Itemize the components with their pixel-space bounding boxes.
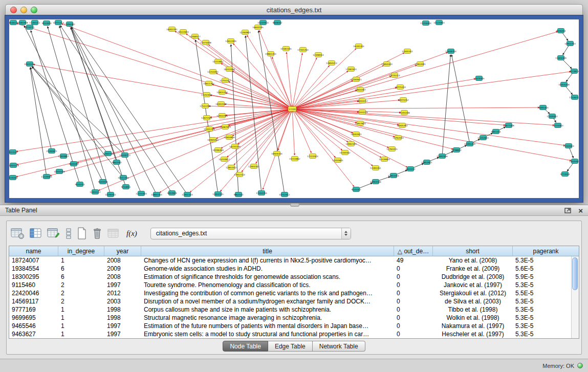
graph-node[interactable]: 9608302 <box>273 20 282 25</box>
graph-hub-node[interactable]: 17240 <box>288 106 296 112</box>
graph-node[interactable]: 10035920 <box>569 159 579 164</box>
graph-node[interactable]: 10914703 <box>564 41 576 46</box>
graph-edge[interactable] <box>292 109 295 155</box>
graph-edge[interactable] <box>71 27 157 194</box>
graph-node[interactable]: 16044212 <box>357 99 368 103</box>
graph-node[interactable]: 16505392 <box>397 123 408 128</box>
graph-node[interactable]: 12853442 <box>226 165 237 170</box>
graph-edge[interactable] <box>292 53 404 109</box>
graph-node[interactable]: 9734811 <box>121 185 131 189</box>
graph-node[interactable]: 11594208 <box>399 111 410 115</box>
graph-node[interactable]: 18593941 <box>351 132 362 137</box>
graph-node[interactable]: 10454208 <box>558 82 570 87</box>
table-row[interactable]: 946362711997Embryonic stem cells: a mode… <box>9 330 571 338</box>
graph-node[interactable]: 17161264 <box>297 48 309 52</box>
float-panel-icon[interactable] <box>564 207 572 214</box>
show-columns-icon[interactable] <box>30 226 42 241</box>
graph-node[interactable]: 15340162 <box>339 150 351 155</box>
graph-node[interactable]: 11316404 <box>420 21 431 26</box>
graph-edge[interactable] <box>442 55 450 156</box>
graph-edge[interactable] <box>59 26 111 194</box>
graph-edge[interactable] <box>216 109 292 138</box>
graph-node[interactable]: 9273813 <box>570 69 579 74</box>
graph-node[interactable]: 11902104 <box>182 192 193 197</box>
graph-node[interactable]: 10865103 <box>151 192 162 197</box>
graph-edge[interactable] <box>292 72 571 109</box>
column-header-year[interactable]: year <box>104 246 141 256</box>
graph-node[interactable]: 10074252 <box>398 98 409 102</box>
graph-node[interactable]: 15234817 <box>219 157 230 162</box>
graph-node[interactable]: 10511336 <box>118 176 129 180</box>
graph-node[interactable]: 19735214 <box>389 73 400 78</box>
zoom-window-button[interactable] <box>31 7 37 13</box>
table-row[interactable]: 1830029562008Estimation of significance … <box>9 273 571 281</box>
graph-node[interactable]: 14815310 <box>216 90 228 95</box>
graph-node[interactable]: 16002291 <box>166 27 178 32</box>
graph-edge[interactable] <box>292 109 335 158</box>
graph-node[interactable]: 17224503 <box>307 154 318 159</box>
column-header-title[interactable]: title <box>141 246 394 256</box>
graph-node[interactable]: 15154862 <box>289 157 300 161</box>
window-titlebar[interactable]: citations_edges.txt <box>5 4 583 15</box>
panel-resize-handle[interactable] <box>290 203 299 207</box>
edit-columns-icon[interactable] <box>47 226 60 241</box>
table-row[interactable]: 1456911722003Disruption of a novel membe… <box>9 297 571 305</box>
graph-node[interactable]: 18302042 <box>215 102 227 106</box>
graph-edge[interactable] <box>233 43 292 109</box>
graph-node[interactable]: 25260621 <box>46 149 57 154</box>
graph-node[interactable]: 11853204 <box>388 173 399 178</box>
graph-node[interactable]: 16640195 <box>252 25 264 30</box>
graph-node[interactable]: 10350108 <box>54 169 65 174</box>
graph-edge[interactable] <box>246 36 262 193</box>
graph-node[interactable]: 10196502 <box>105 192 116 197</box>
table-row[interactable]: 1872400712008Changes of HCN gene express… <box>9 256 571 265</box>
table-row[interactable]: 977716911998Corpus callosum shape and si… <box>9 305 571 314</box>
table-scrollbar-track[interactable] <box>571 256 579 338</box>
table-row[interactable]: 911546021997Tourette syndrome. Phenomeno… <box>9 281 571 289</box>
graph-edge[interactable] <box>292 109 381 158</box>
graph-edge[interactable] <box>292 109 554 125</box>
graph-edge[interactable] <box>71 27 141 193</box>
graph-node[interactable]: 10742612 <box>279 192 290 197</box>
graph-node[interactable]: 14762034 <box>393 136 404 140</box>
graph-edge[interactable] <box>292 107 539 109</box>
graph-node[interactable]: 10992104 <box>345 142 357 146</box>
graph-node[interactable]: 17481924 <box>345 67 357 72</box>
graph-node[interactable]: 16191204 <box>353 44 364 49</box>
graph-node[interactable]: 9311532 <box>9 150 18 155</box>
graph-node[interactable]: 15474008 <box>200 40 211 45</box>
graph-node[interactable]: 9245302 <box>352 187 361 192</box>
table-row[interactable]: 2242004622012Investigating the contribut… <box>9 289 571 297</box>
table-mode-icon[interactable] <box>11 226 25 241</box>
graph-edge[interactable] <box>48 27 95 192</box>
graph-node[interactable]: 16960203 <box>207 138 219 142</box>
graph-edge[interactable] <box>32 67 123 178</box>
column-header-out_de[interactable]: △ out_de… <box>394 246 433 256</box>
graph-node[interactable]: 16611702 <box>203 81 214 86</box>
graph-node[interactable]: 12210304 <box>136 191 147 196</box>
graph-node[interactable]: 18122604 <box>178 30 189 34</box>
graph-node[interactable]: 11604409 <box>555 56 567 60</box>
function-icon[interactable]: f(x) <box>125 226 138 241</box>
graph-node[interactable]: 12498554 <box>313 53 324 57</box>
graph-node[interactable]: 10531445 <box>24 62 35 67</box>
close-panel-icon[interactable]: × <box>578 207 583 214</box>
graph-edge[interactable] <box>292 109 571 161</box>
graph-node[interactable]: 13910784 <box>216 114 228 118</box>
graph-edge[interactable] <box>72 27 187 194</box>
graph-edge[interactable] <box>292 109 565 145</box>
table-row[interactable]: 969969511998Structural magnetic resonanc… <box>9 314 571 322</box>
graph-node[interactable]: 9403909 <box>167 191 177 195</box>
graph-node[interactable]: 15128904 <box>379 157 390 162</box>
tab-node-table[interactable]: Node Table <box>223 341 268 352</box>
graph-node[interactable]: 12763415 <box>386 147 398 151</box>
graph-node[interactable]: 10203218 <box>9 163 19 168</box>
import-table-icon[interactable] <box>107 226 120 241</box>
graph-edge[interactable] <box>292 109 389 147</box>
graph-node[interactable]: 11536711 <box>569 95 579 100</box>
graph-node[interactable]: 9862103 <box>234 192 244 197</box>
graph-edge[interactable] <box>242 109 292 172</box>
graph-node[interactable]: 12720463 <box>552 123 563 128</box>
graph-node[interactable]: 17514706 <box>200 104 211 108</box>
graph-node[interactable]: 9152604 <box>42 21 52 26</box>
